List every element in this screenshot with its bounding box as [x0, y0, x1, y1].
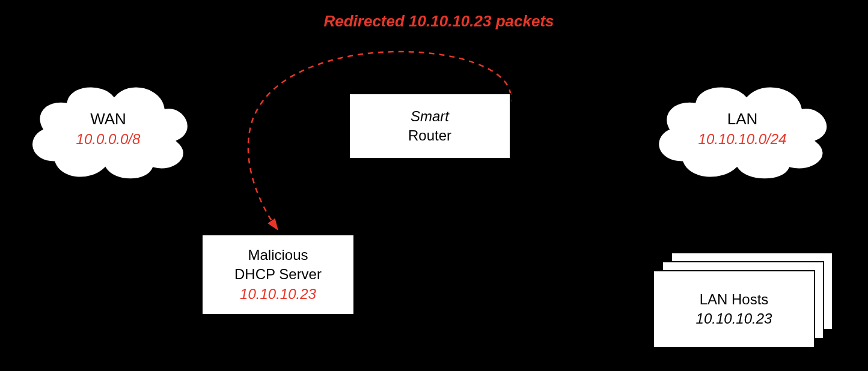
dhcp-line1: Malicious [248, 246, 308, 265]
router-line2: Router [408, 127, 451, 143]
router-line1: Smart [411, 108, 449, 124]
wan-ip: 10.0.0.0/8 [76, 130, 141, 149]
dhcp-ip: 10.10.10.23 [240, 285, 316, 304]
wan-cloud: WAN 10.0.0.0/8 [18, 72, 198, 186]
lan-title: LAN [698, 109, 787, 130]
hosts-ip: 10.10.10.23 [696, 309, 772, 328]
hosts-title: LAN Hosts [700, 290, 769, 309]
wan-title: WAN [76, 109, 141, 130]
hosts-node: LAN Hosts 10.10.10.23 [653, 270, 815, 348]
dhcp-line2: DHCP Server [234, 265, 322, 284]
annotation-text: Redirected 10.10.10.23 packets [323, 12, 554, 30]
diagram-canvas: Redirected 10.10.10.23 packets WAN 10.0.… [0, 0, 868, 371]
lan-ip: 10.10.10.0/24 [698, 130, 787, 149]
annotation-redirected: Redirected 10.10.10.23 packets [283, 12, 595, 31]
dhcp-node: Malicious DHCP Server 10.10.10.23 [201, 234, 355, 315]
router-node: Smart Router [349, 93, 511, 159]
lan-cloud: LAN 10.10.10.0/24 [643, 72, 842, 186]
